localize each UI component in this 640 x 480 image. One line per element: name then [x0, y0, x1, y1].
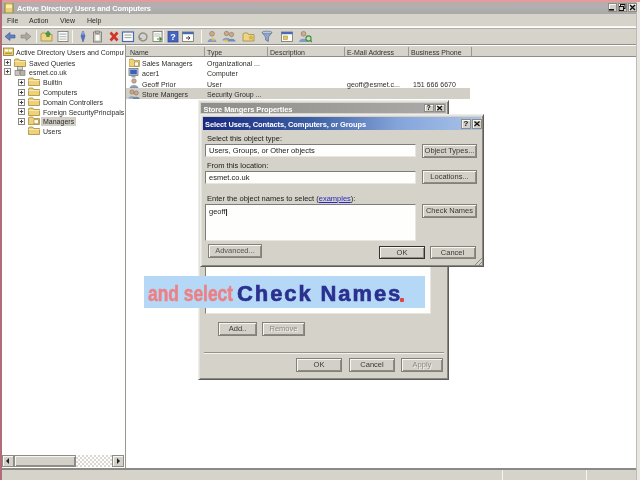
svg-text:?: ?: [170, 32, 176, 42]
